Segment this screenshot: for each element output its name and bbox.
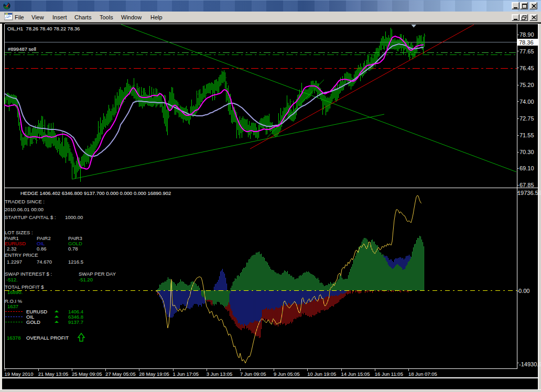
svg-text:SWAP PER DAY: SWAP PER DAY <box>79 271 116 277</box>
svg-text:LOT SIZES :: LOT SIZES : <box>5 230 33 235</box>
svg-text:10 Jun 19:05: 10 Jun 19:05 <box>307 371 336 377</box>
svg-text:1.2297: 1.2297 <box>7 259 22 265</box>
svg-text:GOLD: GOLD <box>68 241 82 246</box>
svg-text:21 May 13:05: 21 May 13:05 <box>38 371 69 377</box>
svg-text:18 Jun 07:05: 18 Jun 07:05 <box>408 371 437 377</box>
svg-text:27 May 05:05: 27 May 05:05 <box>105 371 136 377</box>
svg-text:78.36: 78.36 <box>519 39 534 46</box>
svg-text:SWAP INTEREST $ :: SWAP INTEREST $ : <box>5 271 52 277</box>
svg-text:0.86: 0.86 <box>37 246 47 252</box>
svg-text:69.10: 69.10 <box>520 165 534 171</box>
svg-text:2.32: 2.32 <box>7 246 17 252</box>
svg-text:16378: 16378 <box>7 335 20 341</box>
svg-text:78.90: 78.90 <box>520 31 534 38</box>
svg-text:19 May 2010: 19 May 2010 <box>5 371 34 377</box>
svg-text:16890.: 16890. <box>7 289 23 295</box>
svg-text:72.75: 72.75 <box>520 115 534 122</box>
svg-text:74.670: 74.670 <box>37 259 52 265</box>
svg-text:OVERALL PROFIT: OVERALL PROFIT <box>26 335 69 341</box>
svg-text:-512.: -512. <box>6 277 18 282</box>
svg-text:9137.7: 9137.7 <box>68 319 83 325</box>
svg-text:1000.00: 1000.00 <box>65 214 83 220</box>
svg-text:77.65: 77.65 <box>520 48 534 55</box>
svg-text:#899487 sell: #899487 sell <box>8 46 36 52</box>
svg-text:0.78: 0.78 <box>68 246 78 252</box>
svg-text:25 May 09:05: 25 May 09:05 <box>72 371 102 377</box>
svg-text:9 Jun 05:05: 9 Jun 05:05 <box>274 371 300 377</box>
svg-text:TRADED SINCE :: TRADED SINCE : <box>5 199 45 204</box>
svg-text:19736.56: 19736.56 <box>517 190 541 196</box>
svg-text:-51.20: -51.20 <box>79 277 93 282</box>
svg-text:71.55: 71.55 <box>520 132 534 138</box>
svg-text:70.30: 70.30 <box>520 149 534 155</box>
svg-text:76.45: 76.45 <box>520 65 534 71</box>
svg-text:0.00: 0.00 <box>518 288 529 294</box>
svg-text:14 Jun 15:05: 14 Jun 15:05 <box>341 371 370 377</box>
svg-text:3 Jun 13:05: 3 Jun 13:05 <box>207 371 233 377</box>
svg-text:1637: 1637 <box>7 303 18 309</box>
svg-text:7 Jun 09:05: 7 Jun 09:05 <box>240 371 266 377</box>
svg-text:28 May 19:05: 28 May 19:05 <box>139 371 169 377</box>
svg-text:HEDGE 1406.402 6346.800 9137.7: HEDGE 1406.402 6346.800 9137.700 0.000 0… <box>20 190 171 196</box>
svg-text:74.00: 74.00 <box>520 99 534 105</box>
svg-text:ENTRY PRICE: ENTRY PRICE <box>5 252 38 258</box>
svg-text:1 Jun 17:05: 1 Jun 17:05 <box>173 371 199 377</box>
svg-text:67.85: 67.85 <box>520 182 534 188</box>
svg-text:75.20: 75.20 <box>520 82 534 88</box>
svg-text:OIL: OIL <box>37 241 45 246</box>
svg-text:GOLD: GOLD <box>26 319 40 325</box>
svg-text:R.O.I %: R.O.I % <box>5 298 23 304</box>
svg-text:16 Jun 11:05: 16 Jun 11:05 <box>375 371 403 377</box>
svg-text:EURUSD: EURUSD <box>5 241 26 246</box>
svg-text:2010.06.01 00:00: 2010.06.01 00:00 <box>5 206 44 212</box>
svg-text:OIL,H1 78.26 78.40 78.22 78.3: OIL,H1 78.26 78.40 78.22 78.36 <box>7 26 80 31</box>
svg-text:STARTUP CAPITAL $ :: STARTUP CAPITAL $ : <box>5 214 56 220</box>
svg-text:1216.5: 1216.5 <box>68 259 83 265</box>
svg-text:-14930.9: -14930.9 <box>519 361 541 367</box>
